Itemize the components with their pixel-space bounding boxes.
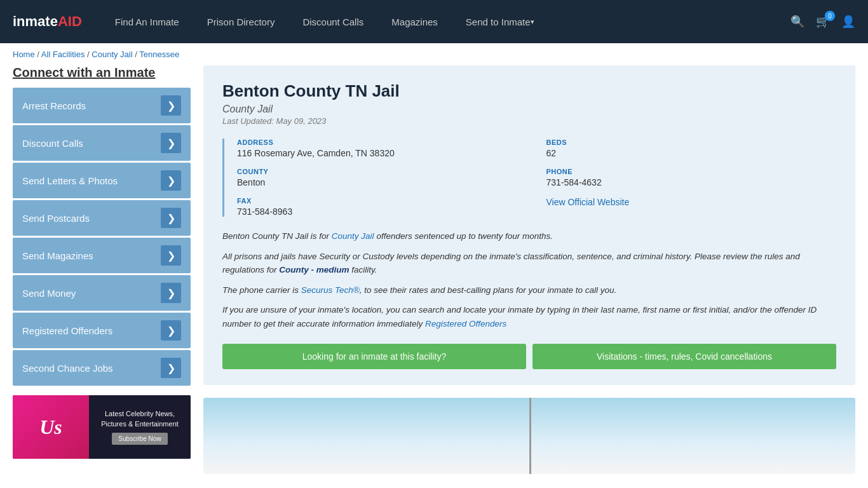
ad-banner[interactable]: Us Latest Celebrity News, Pictures & Ent… bbox=[13, 395, 191, 459]
fax-group: FAX 731-584-8963 bbox=[237, 197, 527, 217]
fax-value: 731-584-8963 bbox=[237, 207, 527, 217]
sidebar-label-discount-calls: Discount Calls bbox=[22, 138, 83, 149]
phone-group: PHONE 731-584-4632 bbox=[546, 168, 837, 187]
arrow-icon-send-letters: ❯ bbox=[161, 170, 181, 191]
county-label: COUNTY bbox=[237, 168, 527, 175]
ad-us-logo: Us bbox=[39, 416, 62, 439]
sidebar-title: Connect with an Inmate bbox=[13, 65, 191, 80]
facility-desc3: The phone carrier is Securus Tech®, to s… bbox=[222, 283, 836, 297]
sidebar-item-send-letters[interactable]: Send Letters & Photos ❯ bbox=[13, 163, 191, 198]
sidebar-label-send-letters: Send Letters & Photos bbox=[22, 175, 118, 186]
county-jail-link1[interactable]: County Jail bbox=[332, 231, 374, 241]
county-medium-link[interactable]: County - medium bbox=[279, 265, 349, 274]
beds-group: BEDS 62 bbox=[546, 139, 837, 158]
ad-text: Latest Celebrity News, Pictures & Entert… bbox=[94, 409, 186, 429]
address-value: 116 Rosemary Ave, Camden, TN 38320 bbox=[237, 148, 527, 158]
breadcrumb-state[interactable]: Tennessee bbox=[139, 50, 179, 59]
nav-prison-directory[interactable]: Prison Directory bbox=[193, 0, 289, 43]
phone-label: PHONE bbox=[546, 168, 837, 175]
sidebar-label-second-chance-jobs: Second Chance Jobs bbox=[22, 363, 113, 374]
sidebar-label-send-money: Send Money bbox=[22, 288, 76, 299]
site-logo[interactable]: inmateAID bbox=[13, 13, 82, 30]
sidebar: Connect with an Inmate Arrest Records ❯ … bbox=[13, 65, 191, 474]
view-official-website-link[interactable]: View Official Website bbox=[546, 197, 630, 207]
breadcrumb-county-jail[interactable]: County Jail bbox=[92, 50, 132, 59]
sidebar-menu: Arrest Records ❯ Discount Calls ❯ Send L… bbox=[13, 88, 191, 386]
nav-magazines[interactable]: Magazines bbox=[377, 0, 452, 43]
facility-card: Benton County TN Jail County Jail Last U… bbox=[203, 65, 855, 385]
main-layout: Connect with an Inmate Arrest Records ❯ … bbox=[0, 65, 868, 474]
nav-links: Find An Inmate Prison Directory Discount… bbox=[101, 0, 790, 43]
website-group: View Official Website bbox=[546, 197, 837, 217]
arrow-icon-registered-offenders: ❯ bbox=[161, 320, 181, 341]
cart-wrapper[interactable]: 🛒 0 bbox=[816, 15, 830, 29]
search-icon[interactable]: 🔍 bbox=[790, 15, 804, 29]
ad-logo-area: Us bbox=[13, 395, 89, 459]
facility-desc2: All prisons and jails have Security or C… bbox=[222, 250, 836, 277]
sidebar-item-second-chance-jobs[interactable]: Second Chance Jobs ❯ bbox=[13, 350, 191, 386]
securus-link[interactable]: Securus Tech® bbox=[301, 285, 360, 295]
facility-desc4: If you are unsure of your inmate's locat… bbox=[222, 303, 836, 330]
facility-image bbox=[203, 398, 855, 474]
sidebar-label-send-postcards: Send Postcards bbox=[22, 213, 90, 224]
nav-find-inmate[interactable]: Find An Inmate bbox=[101, 0, 193, 43]
sidebar-item-send-money[interactable]: Send Money ❯ bbox=[13, 275, 191, 311]
nav-discount-calls[interactable]: Discount Calls bbox=[288, 0, 377, 43]
navigation: inmateAID Find An Inmate Prison Director… bbox=[0, 0, 868, 43]
address-group: ADDRESS 116 Rosemary Ave, Camden, TN 383… bbox=[237, 139, 527, 158]
breadcrumb: Home / All Facilities / County Jail / Te… bbox=[0, 43, 868, 65]
sidebar-label-send-magazines: Send Magazines bbox=[22, 250, 93, 261]
beds-value: 62 bbox=[546, 148, 837, 158]
main-content: Benton County TN Jail County Jail Last U… bbox=[203, 65, 855, 474]
cart-badge: 0 bbox=[825, 11, 835, 21]
arrow-icon-arrest-records: ❯ bbox=[161, 95, 181, 116]
arrow-icon-send-money: ❯ bbox=[161, 283, 181, 303]
facility-desc1: Benton County TN Jail is for County Jail… bbox=[222, 229, 836, 243]
user-icon[interactable]: 👤 bbox=[841, 15, 855, 29]
arrow-icon-send-magazines: ❯ bbox=[161, 245, 181, 266]
sidebar-item-send-magazines[interactable]: Send Magazines ❯ bbox=[13, 238, 191, 273]
visitations-button[interactable]: Visitations - times, rules, Covid cancel… bbox=[532, 344, 836, 369]
address-label: ADDRESS bbox=[237, 139, 527, 146]
beds-label: BEDS bbox=[546, 139, 837, 146]
sidebar-item-registered-offenders[interactable]: Registered Offenders ❯ bbox=[13, 313, 191, 348]
facility-name: Benton County TN Jail bbox=[222, 81, 836, 101]
find-inmate-button[interactable]: Looking for an inmate at this facility? bbox=[222, 344, 526, 369]
arrow-icon-discount-calls: ❯ bbox=[161, 133, 181, 153]
facility-updated: Last Updated: May 09, 2023 bbox=[222, 116, 836, 126]
breadcrumb-all-facilities[interactable]: All Facilities bbox=[41, 50, 85, 59]
nav-icons: 🔍 🛒 0 👤 bbox=[790, 15, 855, 29]
sidebar-item-discount-calls[interactable]: Discount Calls ❯ bbox=[13, 125, 191, 161]
sidebar-label-registered-offenders: Registered Offenders bbox=[22, 325, 112, 336]
county-group: COUNTY Benton bbox=[237, 168, 527, 187]
sidebar-item-send-postcards[interactable]: Send Postcards ❯ bbox=[13, 200, 191, 236]
ad-subscribe-button[interactable]: Subscribe Now bbox=[112, 433, 167, 445]
facility-details: ADDRESS 116 Rosemary Ave, Camden, TN 383… bbox=[222, 139, 836, 217]
facility-type: County Jail bbox=[222, 104, 836, 115]
fax-label: FAX bbox=[237, 197, 527, 205]
nav-send-to-inmate[interactable]: Send to Inmate bbox=[452, 0, 548, 43]
action-buttons: Looking for an inmate at this facility? … bbox=[222, 344, 836, 369]
flag-pole bbox=[529, 398, 531, 474]
arrow-icon-send-postcards: ❯ bbox=[161, 208, 181, 228]
sidebar-item-arrest-records[interactable]: Arrest Records ❯ bbox=[13, 88, 191, 123]
county-value: Benton bbox=[237, 177, 527, 187]
breadcrumb-home[interactable]: Home bbox=[13, 50, 35, 59]
arrow-icon-second-chance-jobs: ❯ bbox=[161, 358, 181, 378]
ad-text-area: Latest Celebrity News, Pictures & Entert… bbox=[89, 395, 191, 459]
registered-offenders-link[interactable]: Registered Offenders bbox=[425, 319, 506, 329]
sidebar-label-arrest-records: Arrest Records bbox=[22, 100, 86, 111]
phone-value: 731-584-4632 bbox=[546, 177, 837, 187]
